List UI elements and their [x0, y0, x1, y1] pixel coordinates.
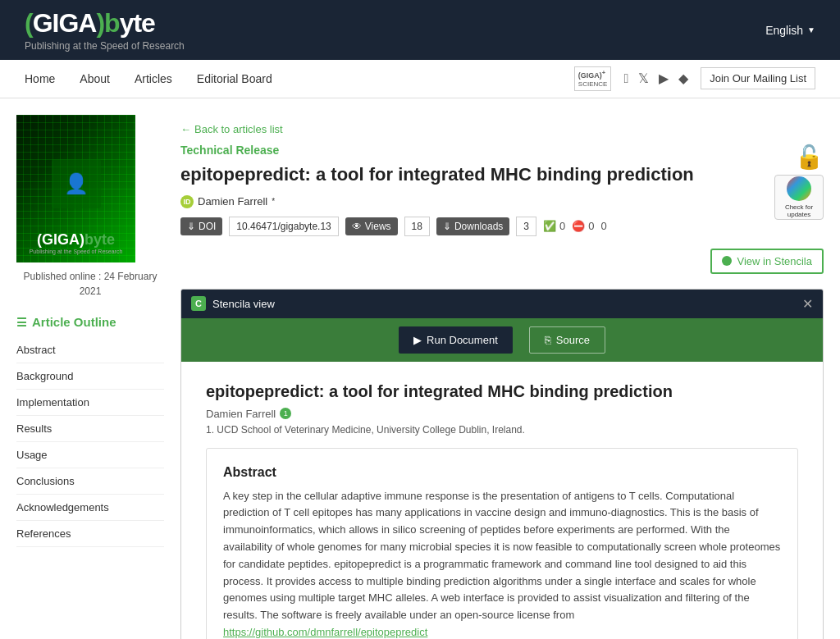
dislike-count: 0: [588, 220, 594, 232]
nav-home[interactable]: Home: [25, 60, 55, 98]
doi-value[interactable]: 10.46471/gigabyte.13: [229, 217, 338, 236]
stencila-toolbar: ▶ Run Document ⎘ Source: [181, 318, 823, 362]
gigascience-logo: (GIGA)+ SCIENCE: [574, 66, 612, 90]
content-area: ← Back to articles list Technical Releas…: [180, 115, 824, 639]
run-document-button[interactable]: ▶ Run Document: [399, 326, 513, 354]
affiliation-num: 1: [280, 408, 291, 419]
anon-count: 0: [600, 220, 606, 232]
language-label: English: [765, 24, 803, 37]
mailing-list-link[interactable]: Join Our Mailing List: [701, 67, 815, 89]
stencila-panel: C Stencila view ✕ ▶ Run Document ⎘ Sourc…: [180, 289, 824, 639]
header-badges: 🔓 Check for updates: [774, 144, 824, 220]
stencila-panel-header: C Stencila view ✕: [181, 290, 823, 318]
source-button[interactable]: ⎘ Source: [529, 326, 605, 354]
language-selector[interactable]: English ▼: [765, 24, 815, 37]
close-icon[interactable]: ✕: [802, 296, 813, 312]
abstract-text: A key step in the cellular adaptive immu…: [223, 488, 781, 639]
author-star: *: [272, 197, 275, 206]
download-icon: ⇓: [187, 221, 195, 232]
metrics-row: ⇓ DOI 10.46471/gigabyte.13 👁 Views 18 ⇓ …: [180, 217, 694, 236]
stencila-dot-icon: [722, 256, 732, 266]
article-main-info: Technical Release epitopepredict: a tool…: [180, 144, 694, 249]
logo-area: (GIGA)byte Publishing at the Speed of Re…: [25, 8, 185, 52]
anon-section: 0: [600, 220, 606, 232]
site-logo[interactable]: (GIGA)byte: [25, 8, 185, 39]
back-link[interactable]: ← Back to articles list: [180, 123, 824, 135]
play-icon: ▶: [413, 334, 422, 346]
back-arrow-icon: ←: [180, 123, 191, 135]
open-access-icon: 🔓: [795, 144, 824, 171]
eye-icon: 👁: [352, 221, 362, 232]
abstract-github-link[interactable]: https://github.com/dmnfarrell/epitopepre…: [223, 626, 427, 638]
nav-right: (GIGA)+ SCIENCE  𝕏 ▶ ◆ Join Our Mailing…: [574, 66, 815, 90]
stencila-panel-title: Stencila view: [212, 298, 275, 310]
facebook-icon[interactable]: : [623, 71, 628, 86]
outline-background[interactable]: Background: [16, 363, 164, 390]
nav-editorial-board[interactable]: Editorial Board: [197, 60, 272, 98]
social-icons:  𝕏 ▶ ◆: [623, 71, 688, 86]
abstract-section: Abstract A key step in the cellular adap…: [206, 448, 798, 639]
outline-implementation[interactable]: Implementation: [16, 390, 164, 416]
left-sidebar: 👤 (GIGA)byte Publishing at the Speed of …: [16, 115, 164, 639]
downloads-count: 3: [516, 217, 536, 236]
affiliation-text: 1. UCD School of Veterinary Medicine, Un…: [206, 424, 798, 436]
abstract-body: A key step in the cellular adaptive immu…: [223, 490, 780, 622]
stencila-logo-icon: C: [191, 296, 206, 311]
cover-logo: (GIGA)byte Publishing at the Speed of Re…: [30, 231, 123, 254]
views-label: 👁 Views: [345, 217, 398, 235]
stencila-btn-label: View in Stencila: [737, 255, 812, 267]
views-count: 18: [404, 217, 430, 236]
stencila-btn-row: View in Stencila: [180, 249, 824, 282]
view-in-stencila-button[interactable]: View in Stencila: [710, 249, 824, 274]
outline-conclusions[interactable]: Conclusions: [16, 468, 164, 495]
download-arrow-icon: ⇓: [443, 221, 451, 232]
like-section: ✅ 0: [543, 220, 565, 232]
outline-icon: ☰: [16, 316, 27, 329]
stencila-header-left: C Stencila view: [191, 296, 275, 311]
stencila-author-name: Damien Farrell: [206, 408, 276, 420]
nav-bar: Home About Articles Editorial Board (GIG…: [0, 60, 840, 98]
nav-links: Home About Articles Editorial Board: [25, 60, 574, 98]
outline-usage[interactable]: Usage: [16, 442, 164, 468]
like-count: 0: [559, 220, 565, 232]
outline-results[interactable]: Results: [16, 416, 164, 442]
doi-label: ⇓ DOI: [180, 217, 222, 235]
pinterest-icon[interactable]: ◆: [678, 71, 688, 86]
article-title: epitopepredict: a tool for integrated MH…: [180, 163, 694, 187]
dislike-icon[interactable]: ⛔: [572, 220, 585, 232]
author-line: ID Damien Farrell *: [180, 195, 694, 208]
article-type: Technical Release: [180, 144, 694, 157]
nav-about[interactable]: About: [80, 60, 110, 98]
stencila-article-title: epitopepredict: a tool for integrated MH…: [206, 382, 798, 401]
outline-title: ☰ Article Outline: [16, 315, 164, 329]
logo-subtitle: Publishing at the Speed of Research: [25, 40, 185, 52]
top-header: (GIGA)byte Publishing at the Speed of Re…: [0, 0, 840, 60]
stencila-content: epitopepredict: a tool for integrated MH…: [181, 362, 823, 639]
stencila-author-line: Damien Farrell 1: [206, 408, 798, 420]
outline-list: Abstract Background Implementation Resul…: [16, 337, 164, 547]
youtube-icon[interactable]: ▶: [659, 71, 669, 86]
journal-cover: 👤 (GIGA)byte Publishing at the Speed of …: [16, 115, 135, 262]
author-name[interactable]: Damien Farrell: [198, 195, 267, 208]
nav-articles[interactable]: Articles: [135, 60, 172, 98]
abstract-title: Abstract: [223, 465, 781, 480]
outline-references[interactable]: References: [16, 521, 164, 547]
twitter-icon[interactable]: 𝕏: [638, 71, 649, 86]
link-icon: ⎘: [545, 334, 551, 346]
orcid-icon: ID: [180, 195, 194, 208]
outline-acknowledgements[interactable]: Acknowledgements: [16, 495, 164, 521]
downloads-label: ⇓ Downloads: [436, 217, 509, 235]
article-outline: ☰ Article Outline Abstract Background Im…: [16, 315, 164, 547]
dislike-section: ⛔ 0: [572, 220, 594, 232]
check-updates-badge[interactable]: Check for updates: [774, 175, 824, 220]
main-container: 👤 (GIGA)byte Publishing at the Speed of …: [0, 98, 840, 639]
chevron-down-icon: ▼: [807, 25, 815, 34]
like-icon[interactable]: ✅: [543, 220, 556, 232]
outline-abstract[interactable]: Abstract: [16, 337, 164, 363]
published-date: Published online : 24 February 2021: [16, 269, 164, 299]
article-header-row: Technical Release epitopepredict: a tool…: [180, 144, 824, 249]
